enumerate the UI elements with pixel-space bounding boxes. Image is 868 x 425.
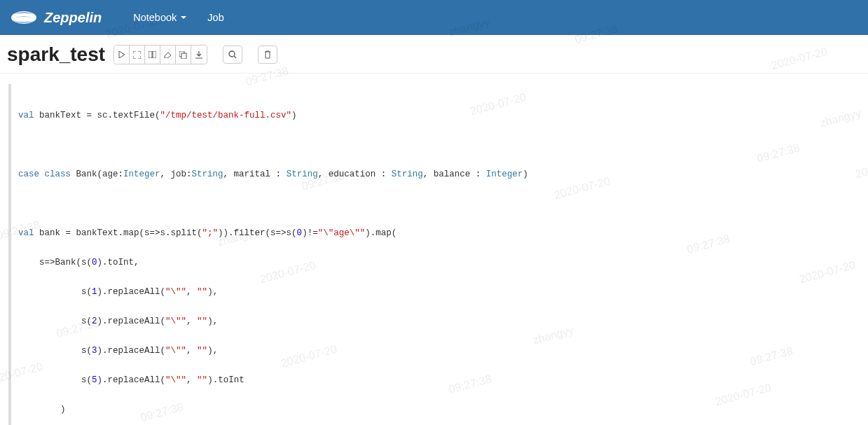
code-editor[interactable]: val bankText = sc.textFile("/tmp/test/ba… [8, 84, 860, 425]
title-bar: spark_test [0, 35, 868, 74]
show-hide-code-button[interactable] [130, 46, 145, 64]
svg-rect-2 [149, 51, 152, 58]
nav-notebook-label: Notebook [133, 12, 177, 23]
nav-job[interactable]: Job [197, 1, 234, 34]
note-title[interactable]: spark_test [7, 43, 105, 66]
search-code-button[interactable] [223, 46, 242, 64]
download-icon [195, 51, 202, 59]
eraser-icon [164, 51, 172, 58]
svg-rect-3 [153, 51, 156, 58]
brand-text: Zeppelin [44, 10, 102, 26]
copy-icon [179, 51, 187, 59]
clone-note-button[interactable] [176, 46, 191, 64]
trash-icon [264, 50, 271, 59]
search-icon [228, 50, 237, 59]
toolbar-group-1 [113, 45, 207, 64]
nav-notebook-dropdown[interactable]: Notebook [123, 1, 197, 34]
brand[interactable]: Zeppelin [11, 10, 102, 26]
svg-marker-1 [119, 51, 125, 58]
zeppelin-logo-icon [11, 10, 37, 25]
paragraph: val bankText = sc.textFile("/tmp/test/ba… [0, 84, 868, 425]
show-hide-output-button[interactable] [145, 46, 160, 64]
nav-job-label: Job [207, 12, 223, 23]
svg-line-7 [234, 56, 236, 58]
export-note-button[interactable] [191, 46, 207, 64]
play-icon [118, 51, 125, 58]
caret-down-icon [181, 16, 186, 19]
svg-point-0 [11, 11, 36, 24]
run-all-button[interactable] [114, 46, 130, 64]
clear-output-button[interactable] [160, 46, 176, 64]
svg-rect-5 [181, 53, 186, 59]
navbar: Zeppelin Notebook Job [0, 0, 868, 35]
expand-icon [133, 51, 141, 59]
svg-point-6 [229, 51, 235, 57]
trash-button[interactable] [258, 46, 277, 64]
book-icon [149, 51, 156, 58]
